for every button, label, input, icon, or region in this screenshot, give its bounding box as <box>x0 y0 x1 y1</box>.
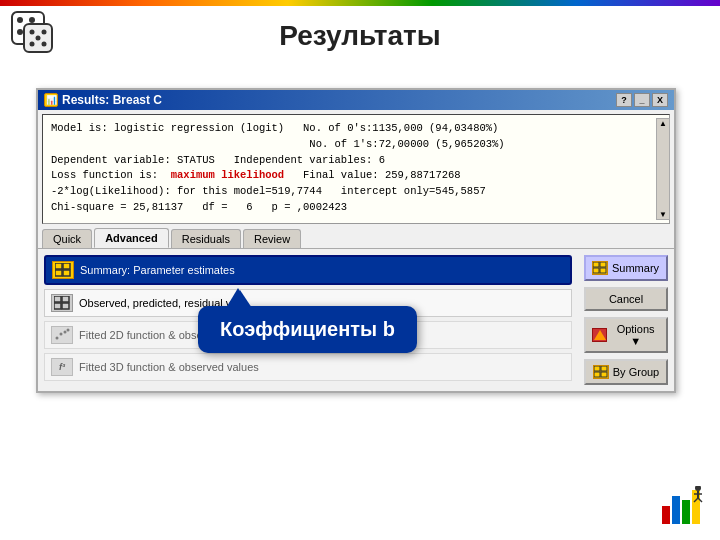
grid-icon-1 <box>52 261 74 279</box>
summary-button[interactable]: Summary <box>584 255 668 281</box>
title-bar-left: 📊 Results: Breast C <box>44 93 162 107</box>
svg-point-19 <box>56 337 59 340</box>
svg-point-22 <box>67 329 70 332</box>
svg-rect-17 <box>54 303 61 309</box>
scroll-down-btn[interactable]: ▼ <box>659 210 667 219</box>
svg-point-6 <box>30 30 35 35</box>
svg-rect-23 <box>593 262 599 267</box>
svg-rect-18 <box>62 303 69 309</box>
svg-point-9 <box>42 42 47 47</box>
svg-point-8 <box>30 42 35 47</box>
callout-bubble: Коэффициенты b <box>198 306 417 353</box>
options-button[interactable]: Options ▼ <box>584 317 668 353</box>
svg-rect-12 <box>63 263 70 269</box>
list-item-label-4: Fitted 3D function & observed values <box>79 361 259 373</box>
by-group-btn-icon <box>593 365 609 379</box>
dice-icon <box>8 8 56 56</box>
help-button[interactable]: ? <box>616 93 632 107</box>
tab-residuals[interactable]: Residuals <box>171 229 241 248</box>
output-line-6: Chi-square = 25,81137 df = 6 p = ,000242… <box>51 200 649 216</box>
svg-point-7 <box>42 30 47 35</box>
svg-rect-32 <box>662 506 670 524</box>
svg-rect-14 <box>63 270 70 276</box>
output-line-2: No. of 1's:72,00000 (5,965203%) <box>51 137 649 153</box>
callout-text: Коэффициенты b <box>220 318 395 340</box>
window-icon: 📊 <box>44 93 58 107</box>
output-line-4: Loss function is: maximum likelihood Fin… <box>51 168 649 184</box>
svg-rect-16 <box>62 296 69 302</box>
svg-rect-28 <box>594 366 600 371</box>
by-group-button[interactable]: By Group <box>584 359 668 385</box>
svg-point-10 <box>36 36 41 41</box>
cancel-btn-label: Cancel <box>609 293 643 305</box>
list-item-label-1: Summary: Parameter estimates <box>80 264 235 276</box>
grid-icon-2 <box>51 294 73 312</box>
options-btn-label: Options ▼ <box>611 323 660 347</box>
svg-marker-27 <box>594 330 606 340</box>
top-bar <box>0 0 720 6</box>
output-line-3: Dependent variable: STATUS Independent v… <box>51 153 649 169</box>
options-btn-icon <box>592 328 607 342</box>
svg-point-20 <box>60 333 63 336</box>
cancel-button[interactable]: Cancel <box>584 287 668 311</box>
svg-rect-33 <box>672 496 680 524</box>
list-item-summary-params[interactable]: Summary: Parameter estimates <box>44 255 572 285</box>
scroll-up-btn[interactable]: ▲ <box>659 119 667 128</box>
scatter-icon <box>51 326 73 344</box>
svg-rect-26 <box>600 268 606 273</box>
page-title: Результаты <box>0 20 720 52</box>
tab-advanced[interactable]: Advanced <box>94 228 169 248</box>
results-window: 📊 Results: Breast C ? _ X Model is: logi… <box>36 88 676 393</box>
svg-rect-30 <box>594 372 600 377</box>
func3d-icon: f³ <box>51 358 73 376</box>
scrollbar[interactable]: ▲ ▼ <box>656 118 670 220</box>
tab-review[interactable]: Review <box>243 229 301 248</box>
window-title: Results: Breast C <box>62 93 162 107</box>
title-bar: 📊 Results: Breast C ? _ X <box>38 90 674 110</box>
svg-rect-25 <box>593 268 599 273</box>
svg-rect-29 <box>601 366 607 371</box>
svg-point-3 <box>17 29 23 35</box>
output-line-5: -2*log(Likelihood): for this model=519,7… <box>51 184 649 200</box>
svg-rect-15 <box>54 296 61 302</box>
svg-point-2 <box>29 17 35 23</box>
close-button[interactable]: X <box>652 93 668 107</box>
summary-btn-icon <box>592 261 608 275</box>
right-panel: Summary Cancel Options ▼ <box>578 255 668 385</box>
bottom-right-icon <box>660 486 708 532</box>
svg-rect-24 <box>600 262 606 267</box>
summary-btn-label: Summary <box>612 262 659 274</box>
svg-point-21 <box>64 331 67 334</box>
svg-rect-11 <box>55 263 62 269</box>
tabs-row: Quick Advanced Residuals Review <box>38 228 674 248</box>
tab-quick[interactable]: Quick <box>42 229 92 248</box>
output-container: Model is: logistic regression (logit) No… <box>38 114 674 224</box>
list-item-fitted-3d: f³ Fitted 3D function & observed values <box>44 353 572 381</box>
svg-rect-13 <box>55 270 62 276</box>
svg-rect-34 <box>682 500 690 524</box>
by-group-btn-label: By Group <box>613 366 659 378</box>
title-bar-controls: ? _ X <box>616 93 668 107</box>
minimize-button[interactable]: _ <box>634 93 650 107</box>
highlight-likelihood: maximum likelihood <box>171 169 284 181</box>
output-area: Model is: logistic regression (logit) No… <box>42 114 670 224</box>
callout-arrow <box>226 288 250 308</box>
svg-point-1 <box>17 17 23 23</box>
svg-rect-31 <box>601 372 607 377</box>
output-line-1: Model is: logistic regression (logit) No… <box>51 121 649 137</box>
